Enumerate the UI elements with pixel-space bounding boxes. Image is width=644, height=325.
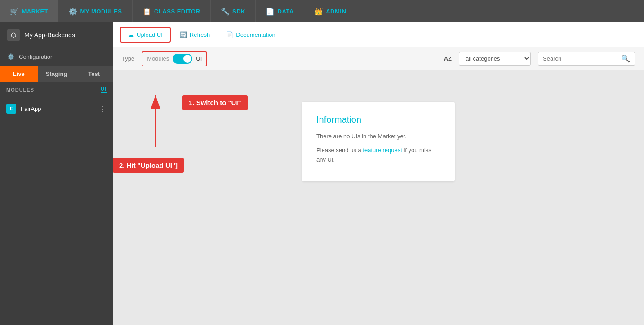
top-navigation: 🛒 MARKET ⚙️ MY MODULES 📋 CLASS EDITOR 🔧 … [0, 0, 644, 22]
sidebar: ⬡ My App-Backends ⚙️ Configuration Live … [0, 22, 113, 325]
admin-icon: 👑 [314, 7, 324, 16]
category-dropdown[interactable]: all categories [459, 52, 531, 66]
feature-request-link[interactable]: feature request [363, 147, 402, 154]
filter-row: Type Modules UI AZ all categories 🔍 [113, 47, 644, 70]
info-card: Information There are no UIs in the Mark… [302, 102, 455, 181]
ui-toggle-label: UI [196, 55, 202, 62]
tab-live[interactable]: Live [0, 66, 38, 82]
annotation-step1: 1. Switch to "UI" [182, 95, 248, 110]
modules-label: MODULES [6, 87, 34, 92]
modules-toggle-label: Modules [147, 55, 169, 62]
configuration-link[interactable]: ⚙️ Configuration [0, 48, 113, 66]
nav-class-editor[interactable]: 📋 CLASS EDITOR [133, 0, 211, 22]
search-box: 🔍 [538, 52, 635, 66]
search-icon: 🔍 [621, 54, 630, 63]
class-editor-icon: 📋 [142, 7, 152, 16]
documentation-icon: 📄 [226, 31, 233, 38]
type-toggle-group: Modules UI [142, 51, 207, 66]
nav-market[interactable]: 🛒 MARKET [0, 0, 58, 22]
config-label: Configuration [19, 53, 53, 60]
info-card-title: Information [316, 114, 440, 125]
sidebar-item-fairapp[interactable]: F FairApp ⋮ [0, 98, 113, 119]
modules-icon: ⚙️ [68, 7, 78, 16]
documentation-button[interactable]: 📄 Documentation [219, 28, 282, 42]
nav-data[interactable]: 📄 DATA [256, 0, 304, 22]
annotation-step2: 2. Hit "Upload UI"] [113, 158, 184, 173]
upload-ui-button[interactable]: ☁ Upload UI [120, 27, 171, 43]
type-label: Type [122, 55, 134, 62]
info-card-line2: Please send us a feature request if you … [316, 146, 440, 165]
ui-toggle-switch[interactable] [173, 54, 192, 64]
main-content: Information There are no UIs in the Mark… [113, 70, 644, 325]
modules-ui-row: MODULES UI [0, 82, 113, 98]
market-icon: 🛒 [10, 7, 19, 16]
main-layout: ⬡ My App-Backends ⚙️ Configuration Live … [0, 22, 644, 325]
sdk-icon: 🔧 [221, 7, 230, 16]
search-input[interactable] [543, 55, 618, 62]
app-header: ⬡ My App-Backends [0, 22, 113, 48]
nav-admin[interactable]: 👑 ADMIN [304, 0, 357, 22]
fairapp-icon: F [6, 104, 16, 114]
app-name: My App-Backends [24, 31, 75, 39]
sort-az-icon: AZ [444, 55, 452, 62]
config-icon: ⚙️ [7, 53, 14, 60]
toolbar: ☁ Upload UI 🔄 Refresh 📄 Documentation [113, 22, 644, 47]
tab-staging[interactable]: Staging [38, 66, 76, 82]
nav-my-modules[interactable]: ⚙️ MY MODULES [58, 0, 132, 22]
tab-test[interactable]: Test [75, 66, 113, 82]
fairapp-label: FairApp [21, 105, 41, 112]
ui-label: UI [101, 86, 107, 93]
more-options-icon[interactable]: ⋮ [99, 105, 107, 113]
refresh-button[interactable]: 🔄 Refresh [173, 28, 218, 42]
content-area: ☁ Upload UI 🔄 Refresh 📄 Documentation Ty… [113, 22, 644, 325]
data-icon: 📄 [266, 7, 275, 16]
app-icon: ⬡ [7, 29, 20, 41]
refresh-icon: 🔄 [180, 31, 187, 38]
nav-sdk[interactable]: 🔧 SDK [211, 0, 256, 22]
env-tabs: Live Staging Test [0, 66, 113, 82]
info-card-line1: There are no UIs in the Market yet. [316, 132, 440, 141]
upload-cloud-icon: ☁ [128, 31, 134, 38]
